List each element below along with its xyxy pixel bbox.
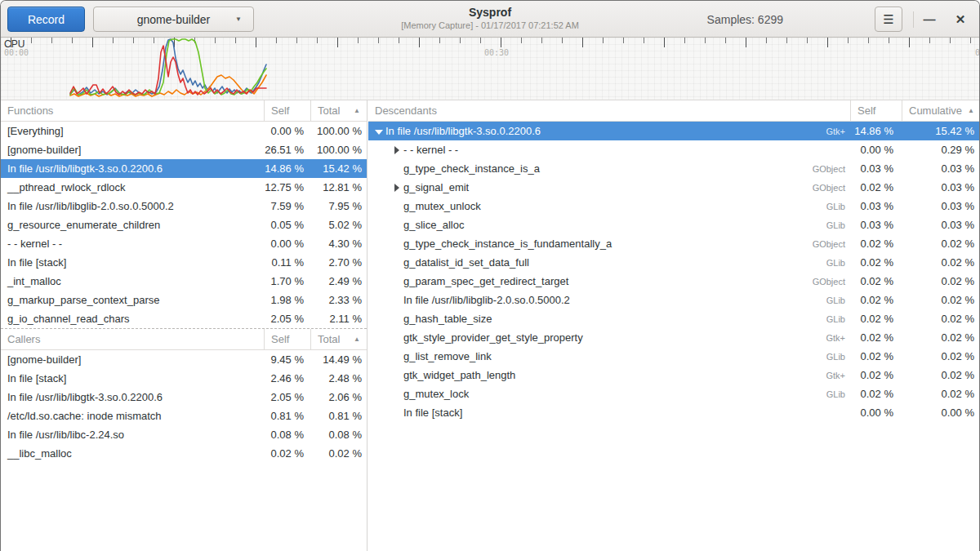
table-row[interactable]: In file [stack]2.46 %2.48 %: [1, 369, 367, 388]
table-row[interactable]: g_markup_parse_context_parse1.98 %2.33 %: [1, 291, 367, 309]
cumulative-column-header[interactable]: Cumulative ▲: [902, 100, 980, 121]
expander-spacer: [392, 389, 403, 400]
symbol-name: - - kernel - -: [403, 144, 845, 156]
symbol-name: g_mutex_unlock: [403, 200, 826, 212]
panel-divider[interactable]: [367, 100, 368, 551]
close-button[interactable]: ✕: [947, 1, 974, 38]
table-row[interactable]: g_signal_emitGObject0.02 %0.03 %: [368, 178, 980, 197]
record-button[interactable]: Record: [7, 7, 85, 32]
total-percent: 0.02 %: [902, 275, 980, 287]
total-column-header[interactable]: Total ▲: [310, 329, 367, 349]
expander-spacer: [392, 313, 403, 325]
table-row[interactable]: g_slice_allocGLib0.03 %0.03 %: [368, 216, 980, 234]
self-percent: 1.70 %: [264, 275, 310, 287]
target-selector-dropdown[interactable]: gnome-builder ▼: [93, 7, 254, 32]
total-percent: 0.02 %: [902, 313, 980, 325]
expander-spacer: [392, 407, 403, 419]
self-percent: 7.59 %: [264, 200, 310, 212]
table-row[interactable]: g_datalist_id_set_data_fullGLib0.02 %0.0…: [368, 253, 980, 272]
symbol-name: In file [stack]: [403, 407, 845, 419]
table-row[interactable]: g_resource_enumerate_children0.05 %5.02 …: [1, 216, 367, 234]
total-percent: 0.02 %: [902, 369, 980, 381]
total-percent: 12.81 %: [310, 181, 367, 193]
table-row[interactable]: [gnome-builder]9.45 %14.49 %: [1, 350, 367, 369]
self-column-header[interactable]: Self: [850, 100, 902, 121]
self-column-header[interactable]: Self: [264, 100, 310, 121]
expander-spacer: [392, 295, 403, 306]
table-row[interactable]: g_mutex_lockGLib0.02 %0.02 %: [368, 384, 980, 403]
table-row[interactable]: - - kernel - -0.00 %0.29 %: [368, 140, 980, 159]
table-row[interactable]: In file /usr/lib/libglib-2.0.so.0.5000.2…: [1, 197, 367, 216]
table-row[interactable]: g_type_check_instance_is_aGObject0.03 %0…: [368, 159, 980, 178]
total-percent: 2.49 %: [310, 275, 367, 287]
functions-section: Functions Self Total ▲ [Everything]0.00 …: [1, 100, 367, 328]
functions-column-header[interactable]: Functions: [1, 100, 264, 121]
callers-column-header[interactable]: Callers: [1, 329, 264, 349]
self-percent: 0.02 %: [850, 181, 902, 193]
expander-spacer: [392, 370, 403, 381]
headerbar-separator: [913, 11, 914, 28]
table-row[interactable]: In file [stack]0.11 %2.70 %: [1, 253, 367, 272]
table-row[interactable]: _int_malloc1.70 %2.49 %: [1, 272, 367, 291]
table-row[interactable]: g_type_check_instance_is_fundamentally_a…: [368, 234, 980, 253]
symbol-name: g_type_check_instance_is_a: [403, 162, 813, 175]
descendants-column-header[interactable]: Descendants: [368, 100, 850, 121]
expander-spacer: [392, 276, 403, 287]
functions-table: [Everything]0.00 %100.00 %[gnome-builder…: [1, 122, 367, 328]
table-row[interactable]: - - kernel - -0.00 %4.30 %: [1, 234, 367, 253]
symbol-name: g_resource_enumerate_children: [1, 219, 264, 231]
sort-ascending-icon: ▲: [964, 107, 974, 114]
self-percent: 0.02 %: [264, 447, 310, 460]
table-row[interactable]: [Everything]0.00 %100.00 %: [1, 122, 367, 140]
total-percent: 15.42 %: [310, 162, 367, 175]
table-row[interactable]: gtk_style_provider_get_style_propertyGtk…: [368, 328, 980, 347]
expander-spacer: [392, 238, 403, 250]
menu-button[interactable]: ☰: [875, 7, 902, 32]
table-row[interactable]: g_param_spec_get_redirect_targetGObject0…: [368, 272, 980, 291]
table-row[interactable]: In file /usr/lib/libgtk-3.so.0.2200.62.0…: [1, 388, 367, 407]
self-column-header[interactable]: Self: [264, 329, 310, 349]
table-row[interactable]: g_hash_table_sizeGLib0.02 %0.02 %: [368, 309, 980, 328]
self-percent: 0.05 %: [264, 219, 310, 231]
table-row[interactable]: /etc/ld.so.cache: inode mismatch0.81 %0.…: [1, 407, 367, 425]
symbol-name: g_hash_table_size: [403, 313, 826, 325]
table-row[interactable]: In file /usr/lib/libgtk-3.so.0.2200.614.…: [1, 159, 367, 178]
self-percent: 0.81 %: [264, 410, 310, 422]
target-selector-label: gnome-builder: [137, 13, 211, 26]
self-percent: 0.03 %: [850, 219, 902, 231]
table-row[interactable]: In file /usr/lib/libc-2.24.so0.08 %0.08 …: [1, 425, 367, 444]
table-row[interactable]: __pthread_rwlock_rdlock12.75 %12.81 %: [1, 178, 367, 197]
symbol-name: g_markup_parse_context_parse: [1, 294, 264, 306]
cpu-graph[interactable]: CPU 00:00 00:30 01:00: [1, 38, 980, 100]
table-row[interactable]: gtk_widget_path_lengthGtk+0.02 %0.02 %: [368, 366, 980, 384]
table-row[interactable]: __libc_malloc0.02 %0.02 %: [1, 444, 367, 463]
library-badge: GObject: [813, 164, 850, 174]
self-percent: 0.00 %: [850, 144, 902, 156]
expander-right-icon[interactable]: [392, 144, 403, 156]
main-area: Functions Self Total ▲ [Everything]0.00 …: [1, 100, 980, 551]
table-row[interactable]: In file /usr/lib/libglib-2.0.so.0.5000.2…: [368, 291, 980, 309]
total-column-label: Total: [318, 104, 340, 117]
minimize-button[interactable]: —: [915, 1, 943, 38]
table-row[interactable]: g_mutex_unlockGLib0.03 %0.03 %: [368, 197, 980, 216]
self-percent: 0.02 %: [850, 369, 902, 381]
table-row[interactable]: [gnome-builder]26.51 %100.00 %: [1, 140, 367, 159]
self-percent: 12.75 %: [264, 181, 310, 193]
table-row[interactable]: In file /usr/lib/libgtk-3.so.0.2200.6Gtk…: [368, 122, 980, 140]
expander-right-icon[interactable]: [392, 182, 403, 193]
symbol-name: In file [stack]: [1, 372, 264, 384]
self-percent: 0.02 %: [850, 313, 902, 325]
library-badge: GObject: [813, 277, 850, 287]
self-percent: 26.51 %: [264, 144, 310, 156]
expander-down-icon[interactable]: [374, 126, 385, 137]
symbol-name: g_datalist_id_set_data_full: [403, 256, 826, 269]
table-row[interactable]: g_list_remove_linkGLib0.02 %0.02 %: [368, 347, 980, 366]
self-percent: 0.02 %: [850, 350, 902, 362]
table-row[interactable]: g_io_channel_read_chars2.05 %2.11 %: [1, 309, 367, 328]
symbol-name: gtk_widget_path_length: [403, 369, 826, 381]
self-percent: 0.02 %: [850, 294, 902, 306]
self-percent: 0.03 %: [850, 200, 902, 212]
table-row[interactable]: In file [stack]0.00 %0.00 %: [368, 403, 980, 422]
cpu-line-red: [70, 46, 266, 95]
total-column-header[interactable]: Total ▲: [310, 100, 367, 121]
